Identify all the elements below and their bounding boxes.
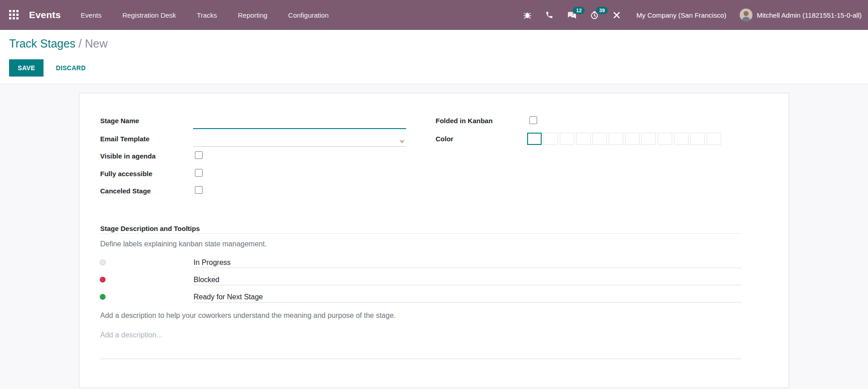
color-swatch[interactable] xyxy=(674,133,689,145)
top-navbar: Events Events Registration Desk Tracks R… xyxy=(0,0,868,30)
color-swatch[interactable] xyxy=(707,133,721,145)
kanban-state-dot-muted xyxy=(100,259,106,265)
messages-badge: 12 xyxy=(573,7,585,14)
color-swatch[interactable] xyxy=(576,133,591,145)
breadcrumb: Track Stages / New xyxy=(9,37,868,50)
phone-icon[interactable] xyxy=(545,11,553,19)
menu-item-events[interactable]: Events xyxy=(81,11,102,19)
bug-icon[interactable] xyxy=(523,11,532,19)
company-switcher[interactable]: My Company (San Francisco) xyxy=(636,11,726,19)
kanban-state-ready-input[interactable] xyxy=(194,292,741,303)
fully-accessible-label: Fully accessible xyxy=(100,169,152,178)
kanban-state-in-progress-input[interactable] xyxy=(194,257,741,268)
folded-in-kanban-checkbox[interactable] xyxy=(529,116,537,124)
save-button[interactable]: SAVE xyxy=(9,59,44,77)
canceled-stage-label: Canceled Stage xyxy=(100,187,151,195)
stage-name-label: Stage Name xyxy=(100,116,139,125)
color-swatch[interactable] xyxy=(543,133,558,145)
tools-icon[interactable] xyxy=(612,11,621,19)
breadcrumb-new: New xyxy=(85,37,107,50)
menu-item-configuration[interactable]: Configuration xyxy=(288,11,329,19)
app-name[interactable]: Events xyxy=(29,10,61,20)
menu-item-reporting[interactable]: Reporting xyxy=(238,11,267,19)
apps-grid-icon[interactable] xyxy=(9,10,20,20)
user-name: Mitchell Admin (11821551-15-0-all) xyxy=(756,11,862,19)
color-swatch[interactable] xyxy=(625,133,640,145)
color-swatch[interactable] xyxy=(609,133,623,145)
color-swatch[interactable] xyxy=(592,133,607,145)
menu-item-registration-desk[interactable]: Registration Desk xyxy=(122,11,176,19)
color-picker xyxy=(527,133,723,145)
kanban-state-dot-ready xyxy=(100,294,106,300)
visible-in-agenda-checkbox[interactable] xyxy=(195,151,203,159)
track-stage-form: Stage Name Email Template Visible in age… xyxy=(79,93,789,388)
main-menu: Events Registration Desk Tracks Reportin… xyxy=(81,11,349,19)
description-divider xyxy=(100,359,741,359)
color-swatch[interactable] xyxy=(690,133,705,145)
chevron-down-icon[interactable] xyxy=(399,140,405,144)
stage-name-input[interactable] xyxy=(193,117,406,129)
menu-item-tracks[interactable]: Tracks xyxy=(197,11,217,19)
section-divider xyxy=(100,233,741,234)
description-help-text: Add a description to help your coworkers… xyxy=(100,312,396,320)
kanban-state-dot-blocked xyxy=(100,277,106,283)
user-menu[interactable]: Mitchell Admin (11821551-15-0-all) xyxy=(740,9,862,21)
color-swatch[interactable] xyxy=(658,133,672,145)
breadcrumb-track-stages[interactable]: Track Stages xyxy=(9,37,75,50)
systray: 12 39 xyxy=(509,11,621,19)
email-template-input[interactable] xyxy=(193,135,406,147)
description-input[interactable] xyxy=(100,330,741,341)
color-label: Color xyxy=(436,134,453,143)
section-title: Stage Description and Tooltips xyxy=(100,225,200,232)
content-area: Stage Name Email Template Visible in age… xyxy=(0,84,868,388)
visible-in-agenda-label: Visible in agenda xyxy=(100,152,155,160)
kanban-help-text: Define labels explaining kanban state ma… xyxy=(100,240,267,248)
color-swatch[interactable] xyxy=(641,133,656,145)
fully-accessible-checkbox[interactable] xyxy=(195,169,203,177)
email-template-label: Email Template xyxy=(100,134,150,143)
control-panel: Track Stages / New SAVE DISCARD xyxy=(0,30,868,84)
activities-badge: 39 xyxy=(596,7,608,14)
discard-button[interactable]: DISCARD xyxy=(56,64,86,72)
color-swatch-none[interactable] xyxy=(527,133,542,145)
kanban-state-blocked-input[interactable] xyxy=(194,274,741,285)
folded-in-kanban-label: Folded in Kanban xyxy=(436,116,493,125)
action-buttons: SAVE DISCARD xyxy=(9,59,868,77)
messages-icon[interactable]: 12 xyxy=(567,11,577,19)
activities-icon[interactable]: 39 xyxy=(590,11,599,19)
breadcrumb-separator: / xyxy=(75,37,85,50)
canceled-stage-checkbox[interactable] xyxy=(195,186,203,194)
color-swatch[interactable] xyxy=(560,133,574,145)
user-avatar xyxy=(740,9,752,21)
